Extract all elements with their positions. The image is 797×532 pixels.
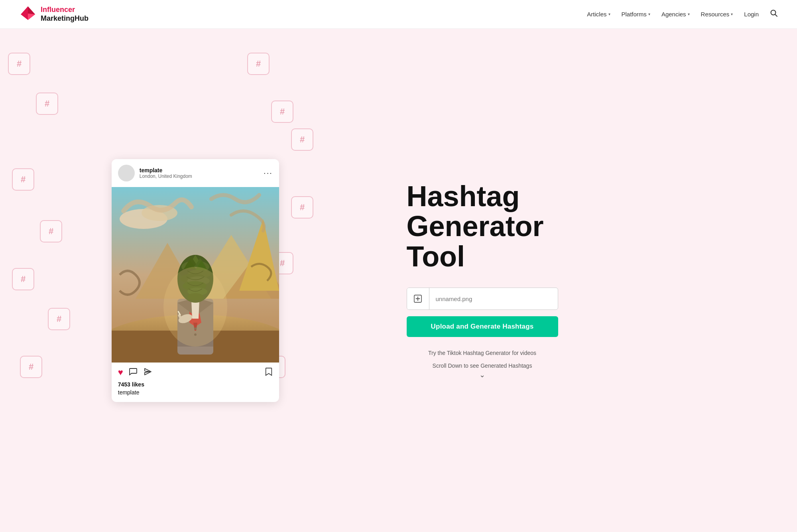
hero-title-line2: Generator	[407, 210, 544, 242]
tiktok-hint: Try the Tiktok Hashtag Generator for vid…	[407, 350, 558, 356]
ig-user-info: template London, United Kingdom	[140, 167, 192, 179]
nav-item-articles[interactable]: Articles ▾	[587, 11, 610, 18]
ig-heart-icon[interactable]: ♥	[118, 367, 123, 378]
ig-caption: template	[118, 389, 273, 396]
nav-item-resources[interactable]: Resources ▾	[701, 11, 733, 18]
ig-actions-left: ♥	[118, 367, 152, 378]
nav-search-button[interactable]	[770, 9, 778, 19]
hero-title-line3: Tool	[407, 240, 465, 272]
logo[interactable]: Influencer MarketingHub	[19, 6, 89, 23]
ig-artwork	[112, 187, 279, 363]
hero-left: template London, United Kingdom ···	[0, 29, 391, 532]
svg-marker-2	[28, 14, 35, 20]
agencies-chevron-icon: ▾	[688, 12, 690, 16]
hero-section: # # # # # # # # # # # # # # template Lon…	[0, 29, 797, 532]
nav-agencies-label: Agencies	[661, 11, 686, 18]
ig-avatar	[118, 165, 135, 181]
hero-right: Hashtag Generator Tool Upload and Genera…	[391, 29, 797, 532]
svg-point-40	[163, 267, 227, 347]
nav-platforms-label: Platforms	[622, 11, 647, 18]
ig-actions: ♥	[118, 367, 273, 378]
scroll-down-icon[interactable]: ⌄	[407, 370, 558, 379]
ig-location: London, United Kingdom	[140, 173, 192, 179]
hero-title: Hashtag Generator Tool	[407, 181, 766, 272]
add-image-icon	[413, 294, 422, 303]
nav-articles-label: Articles	[587, 11, 606, 18]
filename-input[interactable]	[429, 288, 558, 309]
nav-links: Articles ▾ Platforms ▾ Agencies ▾ Resour…	[587, 9, 778, 19]
logo-text: Influencer MarketingHub	[41, 6, 89, 23]
scroll-hint: Scroll Down to see Generated Hashtags	[407, 363, 558, 369]
upload-icon-button[interactable]	[407, 288, 429, 309]
nav-resources-label: Resources	[701, 11, 730, 18]
ig-share-icon[interactable]	[143, 367, 152, 378]
ig-footer: ♥	[112, 363, 279, 402]
ig-likes-count: 7453 likes	[118, 381, 273, 388]
tiktok-hint-text: Try the Tiktok Hashtag Generator for vid…	[428, 350, 536, 356]
ig-bookmark-icon[interactable]	[265, 367, 273, 378]
navbar: Influencer MarketingHub Articles ▾ Platf…	[0, 0, 797, 29]
platforms-chevron-icon: ▾	[648, 12, 650, 16]
ig-header: template London, United Kingdom ···	[112, 159, 279, 187]
ig-profile: template London, United Kingdom	[118, 165, 192, 181]
search-icon	[770, 9, 778, 17]
ig-comment-icon[interactable]	[129, 367, 138, 378]
ig-more-button[interactable]: ···	[264, 168, 273, 177]
hero-title-line1: Hashtag	[407, 180, 520, 212]
svg-line-4	[775, 14, 777, 16]
generate-hashtags-button[interactable]: Upload and Generate Hashtags	[407, 316, 558, 337]
nav-item-agencies[interactable]: Agencies ▾	[661, 11, 690, 18]
articles-chevron-icon: ▾	[608, 12, 610, 16]
ig-username: template	[140, 167, 192, 173]
svg-marker-1	[28, 6, 35, 14]
upload-area	[407, 288, 558, 310]
logo-icon	[19, 6, 37, 23]
ig-image	[112, 187, 279, 363]
instagram-card: template London, United Kingdom ···	[112, 159, 279, 402]
nav-item-platforms[interactable]: Platforms ▾	[622, 11, 650, 18]
nav-item-login[interactable]: Login	[744, 11, 759, 18]
resources-chevron-icon: ▾	[731, 12, 733, 16]
